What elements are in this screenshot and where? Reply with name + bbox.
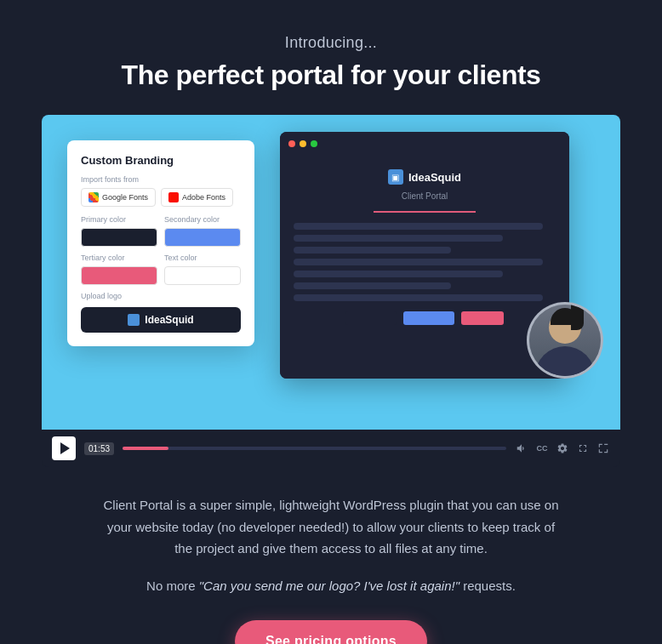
control-icons: CC [515, 442, 610, 455]
video-preview[interactable]: ▣ IdeaSquid Client Portal [42, 115, 620, 430]
page-headline: The perfect portal for your clients [122, 59, 541, 91]
play-button[interactable] [52, 436, 76, 460]
branding-title: Custom Branding [81, 154, 241, 167]
ideasquid-icon [128, 314, 140, 326]
browser-line [294, 271, 503, 277]
quote-italic: "Can you send me our logo? I've lost it … [199, 578, 459, 593]
description-section: Client Portal is a super simple, lightwe… [101, 494, 561, 596]
branding-panel: Custom Branding Import fonts from Google… [67, 140, 254, 346]
primary-color-swatch[interactable] [81, 228, 157, 247]
browser-line [294, 282, 451, 289]
fullscreen-icon[interactable] [596, 442, 610, 455]
page-container: Introducing... The perfect portal for yo… [0, 0, 662, 644]
color-row-primary: Primary color Secondary color [81, 215, 241, 247]
secondary-color-field: Secondary color [164, 215, 241, 247]
video-avatar [527, 302, 603, 379]
browser-content: ▣ IdeaSquid Client Portal [280, 156, 569, 379]
browser-btn-dark [345, 311, 397, 325]
upload-logo-label: Upload logo [81, 292, 241, 300]
browser-line [294, 294, 543, 301]
adobe-icon [168, 192, 179, 202]
browser-logo-icon: ▣ [388, 169, 403, 185]
progress-bar[interactable] [123, 447, 506, 450]
browser-divider [374, 211, 476, 213]
tertiary-color-field: Tertiary color [81, 254, 157, 285]
pricing-button[interactable]: See pricing options [235, 620, 427, 644]
browser-line [294, 259, 543, 265]
secondary-color-label: Secondary color [164, 215, 241, 224]
browser-mockup: ▣ IdeaSquid Client Portal [280, 132, 569, 379]
browser-line [294, 223, 543, 230]
browser-dot-green [311, 140, 317, 147]
browser-logo-text: IdeaSquid [408, 171, 461, 184]
import-fonts-label: Import fonts from [81, 175, 241, 184]
browser-line [294, 235, 503, 242]
secondary-color-swatch[interactable] [164, 228, 241, 247]
cc-icon[interactable]: CC [535, 442, 549, 455]
browser-btn-blue [403, 311, 454, 325]
browser-line [294, 247, 451, 254]
upload-logo-button[interactable]: IdeaSquid [81, 307, 241, 333]
browser-titlebar [280, 132, 569, 156]
primary-color-label: Primary color [81, 215, 157, 224]
avatar-image [529, 305, 601, 376]
tertiary-color-swatch[interactable] [81, 266, 157, 285]
browser-logo-area: ▣ IdeaSquid [388, 169, 461, 185]
quote-suffix: requests. [459, 578, 516, 593]
tertiary-color-label: Tertiary color [81, 254, 157, 262]
adobe-fonts-label: Adobe Fonts [182, 193, 225, 202]
quote-prefix: No more [146, 578, 199, 593]
description-main: Client Portal is a super simple, lightwe… [101, 494, 561, 560]
text-color-label: Text color [164, 254, 241, 262]
google-fonts-label: Google Fonts [102, 193, 148, 202]
google-icon [88, 192, 99, 202]
introducing-text: Introducing... [122, 34, 541, 52]
google-fonts-btn[interactable]: Google Fonts [81, 188, 156, 207]
primary-color-field: Primary color [81, 215, 157, 247]
play-icon [60, 442, 70, 454]
browser-dot-red [288, 140, 295, 147]
color-row-tertiary: Tertiary color Text color [81, 254, 241, 285]
avatar-body [535, 346, 595, 376]
avatar-face [549, 311, 581, 344]
browser-btn-pink [461, 311, 504, 325]
browser-buttons [345, 311, 504, 325]
browser-lines [294, 223, 556, 301]
browser-dot-yellow [300, 140, 306, 147]
time-badge: 01:53 [84, 442, 114, 455]
header-section: Introducing... The perfect portal for yo… [122, 34, 541, 91]
progress-fill [123, 447, 168, 450]
text-color-swatch[interactable] [164, 266, 241, 285]
adobe-fonts-btn[interactable]: Adobe Fonts [161, 188, 233, 207]
video-controls-bar: 01:53 CC [42, 430, 620, 467]
logo-button-label: IdeaSquid [145, 314, 193, 326]
volume-icon[interactable] [515, 442, 528, 455]
video-container: ▣ IdeaSquid Client Portal [42, 115, 620, 467]
browser-subtitle: Client Portal [402, 191, 448, 201]
expand-icon[interactable] [576, 442, 590, 455]
avatar-hair-side [571, 305, 584, 330]
text-color-field: Text color [164, 254, 241, 285]
settings-icon[interactable] [556, 442, 569, 455]
quote-text: No more "Can you send me our logo? I've … [101, 575, 561, 597]
font-buttons: Google Fonts Adobe Fonts [81, 188, 241, 207]
